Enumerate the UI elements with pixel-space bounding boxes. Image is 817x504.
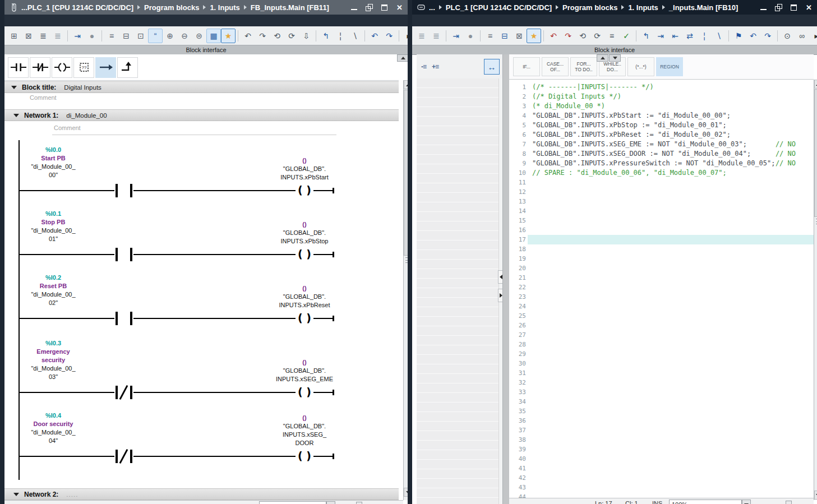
operand-name[interactable]: "di_Module_00_ (20, 163, 87, 171)
scl-vertical-scrollbar[interactable] (814, 80, 817, 500)
zoom-dropdown-button[interactable] (326, 501, 335, 504)
operand-name[interactable]: INPUTS.xPbStart (271, 173, 338, 182)
insert-row-icon[interactable]: ≣ (414, 29, 429, 43)
network-title-toggle-icon[interactable]: ⊟ (119, 29, 133, 43)
breadcrumb-item[interactable]: _Inputs.Main [FB10] (669, 3, 738, 12)
minimize-button[interactable] (760, 4, 767, 11)
scrollbar-thumb[interactable] (404, 90, 408, 256)
more-commands-icon[interactable]: ▸ (809, 29, 817, 43)
minimize-button[interactable] (350, 4, 358, 11)
operand-name[interactable]: "GLOBAL_DB". (271, 422, 338, 431)
reset-start-values-icon[interactable]: ● (463, 29, 478, 43)
add-row-icon[interactable]: ≣ (50, 29, 65, 43)
nc-contact-icon[interactable] (30, 57, 50, 78)
breadcrumb-item[interactable]: Program blocks (144, 3, 199, 12)
insert-network-icon[interactable]: ⊞ (7, 29, 21, 43)
indent-icon[interactable]: ⇥ (653, 29, 668, 43)
operand-name[interactable]: "GLOBAL_DB". (271, 293, 338, 301)
no-contact[interactable] (114, 183, 133, 198)
coil-operand-label[interactable]: ()"GLOBAL_DB".INPUTS.xPbStop (271, 220, 338, 246)
insert-line-icon[interactable]: ⇥ (449, 29, 463, 43)
operand-name[interactable]: 04" (20, 437, 87, 445)
contact-operand-label[interactable]: %I0.3Emergencysecurity"di_Module_00_03" (20, 339, 87, 381)
consistency-check-icon[interactable]: ✓ (619, 29, 634, 43)
scroll-down-button[interactable] (404, 488, 408, 497)
mark-lines-icon[interactable]: ¦ (697, 29, 712, 43)
network-2-header[interactable]: Network 2: ..... (4, 488, 399, 500)
operand-name[interactable]: "GLOBAL_DB". (271, 165, 338, 173)
operand-name[interactable]: "di_Module_00_ (20, 290, 87, 299)
no-contact-icon[interactable] (8, 57, 29, 78)
insert-row-icon[interactable]: ≣ (36, 29, 50, 43)
operand-name[interactable]: DOOR (271, 439, 338, 447)
coil-operand-label[interactable]: ()"GLOBAL_DB".INPUTS.xPbStart (271, 156, 338, 182)
collapse-all-regions-icon[interactable]: -≡ (421, 63, 426, 71)
breadcrumb-item[interactable]: 1. Inputs (628, 3, 658, 12)
coil-icon[interactable] (52, 57, 72, 78)
snippet-if[interactable]: IF... (513, 57, 540, 76)
program-structure-icon[interactable]: ≡ (104, 29, 119, 43)
output-coil[interactable] (296, 385, 313, 400)
collapse-up-button[interactable] (397, 54, 408, 62)
nc-contact[interactable] (114, 449, 133, 464)
scrollbar-thumb[interactable] (814, 89, 817, 217)
auto-format-icon[interactable]: ⇄ (682, 29, 697, 43)
coil-operand-label[interactable]: ()"GLOBAL_DB".INPUTS.xPbReset (271, 284, 338, 309)
output-coil[interactable] (296, 183, 313, 198)
go-to-next-error-icon[interactable]: ↷ (255, 29, 270, 43)
scl-code-editor[interactable]: 1(/* -------|INPUTS|------- */)2(/* Digi… (509, 80, 814, 498)
maximize-button[interactable] (381, 4, 388, 11)
empty-box-icon[interactable]: ?? (73, 57, 94, 78)
float-window-button[interactable] (366, 4, 373, 11)
coil-operand-label[interactable]: ()"GLOBAL_DB".INPUTS.xSEG_DOOR (271, 414, 338, 447)
go-to-previous-error-icon[interactable]: ↶ (546, 29, 561, 43)
insert-block-icon[interactable]: ⊟ (497, 29, 512, 43)
update-block-call-icon[interactable]: ⟲ (270, 29, 284, 43)
breadcrumb-item[interactable]: ...PLC_1 [CPU 1214C DC/DC/DC] (21, 3, 133, 12)
remove-separator-icon[interactable]: ∖ (348, 29, 362, 43)
operand-name[interactable]: 03" (20, 373, 87, 381)
output-coil[interactable] (296, 449, 313, 464)
no-contact[interactable] (114, 311, 133, 326)
goto-related-icon[interactable]: ↰ (639, 29, 653, 43)
operand-name[interactable]: "di_Module_00_ (20, 226, 87, 235)
undo-icon[interactable]: ↶ (746, 29, 760, 43)
update-block-call-icon[interactable]: ⟲ (575, 29, 590, 43)
collapse-up-button[interactable] (597, 54, 608, 62)
close-button[interactable]: ✕ (396, 4, 403, 11)
contact-operand-label[interactable]: %I0.0Start PB"di_Module_00_00" (20, 146, 87, 179)
output-coil[interactable] (296, 247, 313, 262)
zoom-select[interactable]: 100% (259, 501, 326, 504)
block-title-bar[interactable]: Block title: Digital Inputs (4, 81, 399, 93)
block-interface-splitter[interactable]: Block interface (412, 45, 817, 55)
operand-name[interactable]: 02" (20, 299, 87, 307)
operand-name[interactable]: INPUTS.xPbStop (271, 237, 338, 246)
breadcrumb-item[interactable]: PLC_1 [CPU 1214C DC/DC/DC] (446, 3, 552, 12)
close-button[interactable]: ✕ (805, 4, 813, 11)
coil-operand-label[interactable]: ()"GLOBAL_DB".INPUTS.xSEG_EME (271, 358, 338, 383)
nc-contact[interactable] (114, 385, 133, 400)
goto-related-icon[interactable]: ↰ (319, 29, 333, 43)
open-all-networks-icon[interactable]: ⊕ (163, 29, 177, 43)
format-lines-icon[interactable]: ≡ (604, 29, 619, 43)
split-editor-icon[interactable]: ↔ (484, 59, 500, 75)
snippet-comment[interactable]: (*...*) (627, 57, 654, 76)
block-title-value[interactable]: Digital Inputs (64, 84, 101, 91)
close-branch-icon[interactable] (117, 57, 138, 78)
absolute-operands-toggle-icon[interactable]: ▦ (206, 29, 221, 43)
watch-icon[interactable]: ∞ (795, 29, 809, 43)
contact-operand-label[interactable]: %I0.1Stop PB"di_Module_00_01" (20, 210, 87, 243)
float-window-button[interactable] (775, 4, 782, 11)
favorites-toggle-icon[interactable]: ★ (527, 29, 541, 43)
operand-name[interactable]: 01" (20, 235, 87, 243)
refresh-interface-icon[interactable]: ⟳ (284, 29, 299, 43)
zoom-dropdown-button[interactable] (742, 500, 751, 504)
network-comment-toggle-icon[interactable]: ⊡ (133, 29, 148, 43)
program-structure-icon[interactable]: ≡ (483, 29, 497, 43)
operand-name[interactable]: "GLOBAL_DB". (271, 367, 338, 375)
scroll-down-button[interactable] (814, 491, 817, 500)
breadcrumb-item[interactable]: Program blocks (562, 3, 617, 12)
breadcrumb-item[interactable]: ... (429, 3, 435, 12)
undo-icon[interactable]: ↶ (367, 29, 382, 43)
collapse-all-icon[interactable]: ⊜ (192, 29, 206, 43)
